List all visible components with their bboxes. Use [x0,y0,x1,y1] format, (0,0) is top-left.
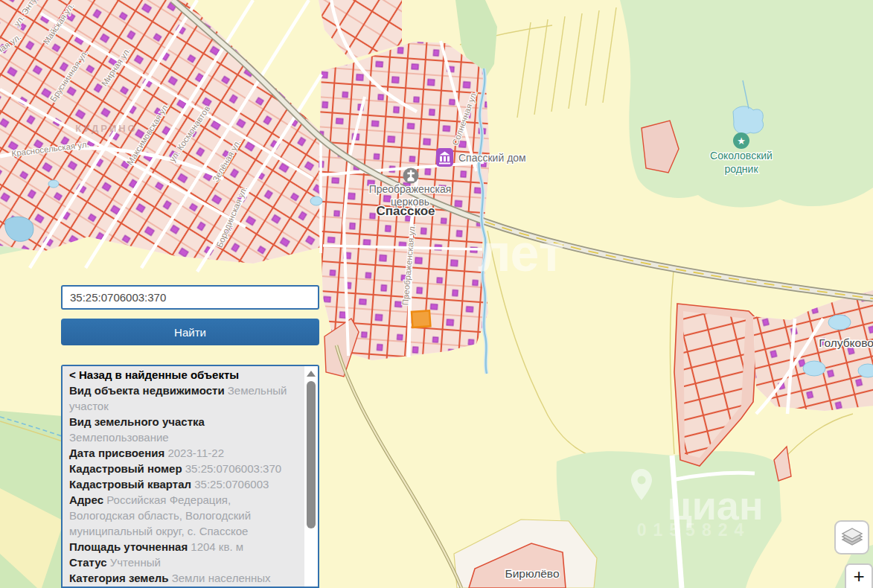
poi-label-church-2: церковь [391,196,429,208]
poi-label-church-1: Преображенская [369,183,452,195]
zoom-in-button[interactable]: + [845,563,873,588]
poi-label-museum: Спасский дом [458,152,526,164]
field-value: 1204 кв. м [191,540,243,553]
field-label: Кадастровый номер [69,462,182,475]
field-label: Площадь уточненная [69,540,188,553]
brand-watermark-digits: 0155824 [637,520,751,540]
layers-button[interactable] [834,520,869,555]
field-label: Кадастровый квартал [69,478,191,490]
church-icon[interactable] [403,168,419,184]
info-row: Статус Учтенный [69,555,298,570]
spring-icon[interactable]: ★ [733,132,749,149]
panel-scrollbar[interactable] [304,366,318,587]
field-value: 2023-11-22 [167,447,224,459]
spring-star-glyph: ★ [737,135,746,147]
field-label: Дата присвоения [69,447,164,459]
back-to-results-link[interactable]: < Назад в найденные объекты [69,367,298,383]
scroll-thumb[interactable] [307,381,316,528]
hamlet-label-golubkovo: Голубково [819,336,873,349]
info-row: Дата присвоения 2023-11-22 [69,445,298,461]
field-value: Землепользование [69,431,169,444]
selected-parcel[interactable] [412,310,430,327]
info-row: Адрес Российская Федерация, Вологодская … [69,492,298,539]
district-ghost-label: КУДРИНО [75,123,137,134]
info-row: Вид земельного участка Землепользование [69,414,298,445]
object-info-content: < Назад в найденные объекты Вид объекта … [63,366,304,587]
object-info-panel: < Назад в найденные объекты Вид объекта … [61,365,319,588]
poi-label-spring-2: родник [724,163,758,175]
field-label: Категория земель [69,572,168,584]
field-label: Статус [69,556,107,569]
info-row: Кадастровый квартал 35:25:0706003 [69,476,298,492]
layers-icon [841,527,863,548]
info-row: Кадастровый номер 35:25:0706003:370 [69,461,298,476]
forest-area-topright [620,0,873,207]
find-button[interactable]: Найти [61,319,319,345]
field-label: Вид объекта недвижимости [69,384,225,397]
info-row: Площадь уточненная 1204 кв. м [69,539,298,555]
museum-icon[interactable] [436,148,453,167]
hamlet-label-biryulyovo: Бирюлёво [505,567,559,580]
field-label: Вид земельного участка [69,415,205,428]
search-input[interactable] [61,285,319,310]
watermark-center: лет [478,224,564,282]
field-label: Адрес [69,493,103,506]
field-value: 35:25:0706003 [194,478,269,490]
scroll-up-arrow-icon[interactable] [307,371,316,377]
info-row: Вид объекта недвижимости Земельный участ… [69,383,298,414]
info-row: Категория земель Земли населенных пункто… [69,570,298,587]
field-value: 35:25:0706003:370 [185,462,281,475]
field-value: Учтенный [110,556,161,569]
poi-label-spring-1: Соколовский [710,150,773,162]
